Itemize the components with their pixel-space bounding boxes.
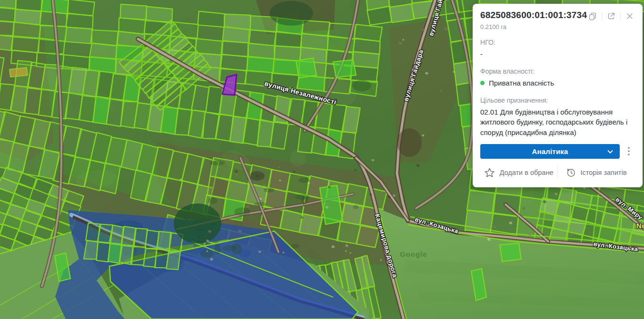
cadastral-parcel[interactable]: [119, 245, 133, 264]
cadastral-parcel[interactable]: [84, 241, 98, 259]
history-label: Історія запитів: [580, 169, 626, 176]
cadastral-parcel[interactable]: [500, 243, 521, 261]
more-options-button[interactable]: [623, 145, 635, 157]
cadastral-parcel[interactable]: [0, 6, 15, 22]
star-icon: [484, 167, 495, 178]
cadastral-parcel[interactable]: [389, 4, 414, 22]
cadastral-parcel[interactable]: [195, 39, 223, 55]
cadastral-parcel[interactable]: [167, 251, 180, 270]
toolbar-divider: [620, 11, 621, 21]
cadastral-parcel[interactable]: [301, 34, 328, 50]
parcel-id-title: 6825083600:01:001:3734: [480, 10, 587, 20]
cadastral-parcel[interactable]: [0, 20, 14, 36]
panel-header: 6825083600:01:001:3734: [480, 10, 635, 22]
panel-footer: Додати в обране Історія запитів: [480, 165, 635, 180]
parcel-area: 0.2100 га: [480, 23, 635, 30]
ownership-label: Форма власності:: [480, 68, 635, 75]
parcel-info-panel: 6825083600:01:001:3734: [473, 4, 643, 187]
chevron-down-icon: [606, 148, 614, 155]
cadastral-parcel[interactable]: [273, 59, 299, 75]
cadastral-parcel[interactable]: [333, 60, 356, 77]
purpose-label: Цільове призначення:: [480, 97, 635, 104]
place-label: Ne: [636, 222, 644, 230]
cadastral-parcel[interactable]: [143, 248, 157, 267]
analytics-button-label: Аналітика: [532, 147, 568, 155]
ngo-label: НГО:: [480, 39, 635, 46]
close-icon[interactable]: [624, 10, 635, 22]
history-icon: [566, 168, 576, 178]
cadastral-parcel[interactable]: [356, 224, 380, 247]
map-watermark: Google: [400, 250, 427, 258]
cadastral-parcel[interactable]: [65, 27, 92, 44]
cadastral-parcel[interactable]: [10, 68, 28, 77]
cadastral-parcel[interactable]: [146, 7, 172, 22]
panel-toolbar: [587, 10, 635, 22]
cadastral-parcel[interactable]: [280, 210, 302, 232]
ownership-text: Приватна власність: [489, 78, 554, 88]
copy-icon[interactable]: [587, 10, 598, 22]
ownership-value: Приватна власність: [480, 78, 635, 88]
cadastral-parcel[interactable]: [223, 27, 251, 43]
analytics-button[interactable]: Аналітика: [480, 144, 620, 159]
cadastral-parcel[interactable]: [38, 38, 65, 54]
cadastral-parcel[interactable]: [66, 13, 93, 29]
ngo-value: -: [480, 49, 635, 59]
favorites-label: Додати в обране: [499, 169, 553, 176]
more-options-icon: [624, 146, 633, 156]
open-in-new-icon[interactable]: [605, 10, 617, 22]
panel-actions: Аналітика: [480, 144, 635, 159]
add-to-favorites-button[interactable]: Додати в обране: [480, 165, 557, 180]
ownership-status-dot: [480, 81, 485, 85]
purpose-value: 02.01 Для будівництва і обслуговування ж…: [480, 107, 635, 138]
toolbar-divider: [602, 11, 602, 21]
cadastral-parcel[interactable]: [479, 0, 507, 4]
cadastral-parcel[interactable]: [467, 191, 495, 213]
cadastral-parcel[interactable]: [92, 30, 119, 46]
history-button[interactable]: Історія запитів: [558, 166, 635, 180]
cadastral-parcel[interactable]: [274, 31, 302, 48]
cadastral-parcel[interactable]: [296, 58, 317, 78]
cadastral-parcel[interactable]: [198, 11, 225, 28]
cadastral-parcel[interactable]: [465, 210, 493, 232]
cadastral-parcel[interactable]: [122, 226, 136, 246]
